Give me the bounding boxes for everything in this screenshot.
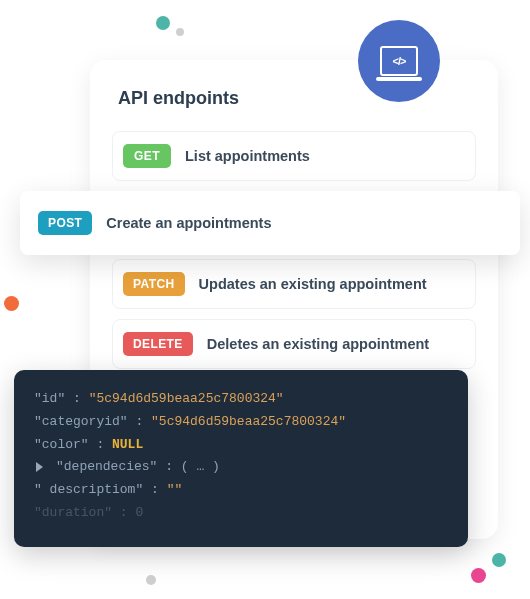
- code-line: " descriptiom" : "": [34, 479, 448, 502]
- caret-right-icon: [36, 462, 43, 472]
- decor-dot: [492, 553, 506, 567]
- feature-badge: </>: [358, 20, 440, 102]
- method-badge-delete: DELETE: [123, 332, 193, 356]
- endpoint-row-post[interactable]: POST Create an appointments: [20, 191, 520, 255]
- code-line-collapsible[interactable]: "dependecies" : ( … ): [34, 456, 448, 479]
- method-badge-patch: PATCH: [123, 272, 185, 296]
- method-badge-post: POST: [38, 211, 92, 235]
- decor-dot: [156, 16, 170, 30]
- code-snippet-panel: "id" : "5c94d6d59beaa25c7800324" "catego…: [14, 370, 468, 547]
- endpoint-row-patch[interactable]: PATCH Updates an existing appointment: [112, 259, 476, 309]
- code-line: "color" : NULL: [34, 434, 448, 457]
- code-line: "categoryid" : "5c94d6d59beaa25c7800324": [34, 411, 448, 434]
- endpoint-row-get[interactable]: GET List appointments: [112, 131, 476, 181]
- endpoint-label: List appointments: [185, 148, 310, 164]
- endpoint-row-delete[interactable]: DELETE Deletes an existing appointment: [112, 319, 476, 369]
- endpoint-label: Deletes an existing appointment: [207, 336, 429, 352]
- decor-dot: [471, 568, 486, 583]
- decor-dot: [176, 28, 184, 36]
- decor-dot: [4, 296, 19, 311]
- laptop-code-icon: </>: [380, 46, 418, 76]
- code-line: "id" : "5c94d6d59beaa25c7800324": [34, 388, 448, 411]
- code-line: "duration" : 0: [34, 502, 448, 525]
- decor-dot: [146, 575, 156, 585]
- endpoint-label: Updates an existing appointment: [199, 276, 427, 292]
- method-badge-get: GET: [123, 144, 171, 168]
- endpoint-label: Create an appointments: [106, 215, 271, 231]
